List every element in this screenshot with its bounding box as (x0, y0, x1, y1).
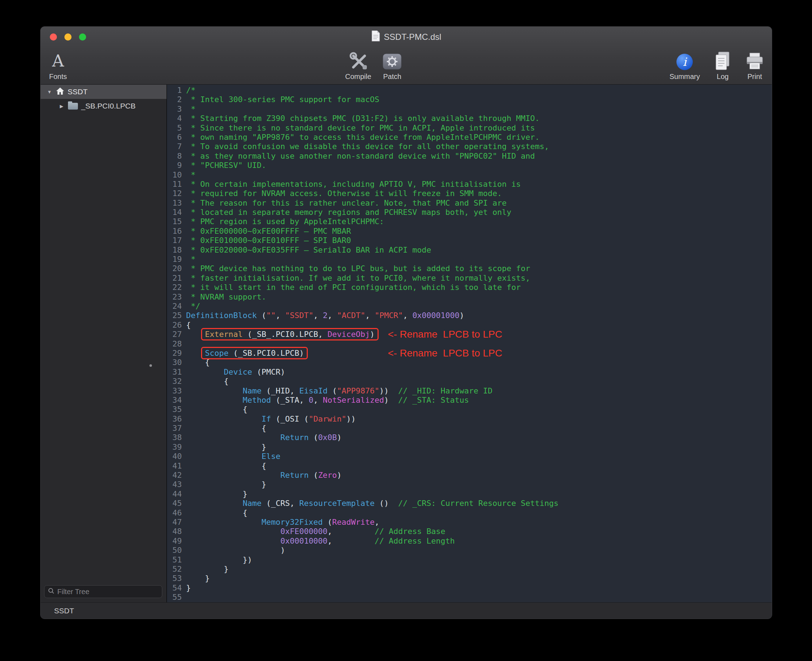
code-line[interactable]: 40 Else (167, 452, 772, 461)
filter-tree-input[interactable] (57, 588, 158, 596)
log-button[interactable]: Log (715, 47, 730, 84)
code-line[interactable]: 51 }) (167, 556, 772, 565)
line-number: 15 (167, 217, 182, 226)
code-line[interactable]: 41 { (167, 461, 772, 471)
line-number: 22 (167, 283, 182, 292)
code-line[interactable]: 52 } (167, 565, 772, 574)
code-line[interactable]: 39 } (167, 442, 772, 452)
line-number: 39 (167, 442, 182, 452)
code-line[interactable]: 37 { (167, 424, 772, 433)
code-line[interactable]: 3 * (167, 105, 772, 114)
code-line[interactable]: 9 * "PCHRESV" UID. (167, 161, 772, 170)
minimize-button[interactable] (64, 34, 72, 41)
code-line[interactable]: 17 * 0xFE010000~0xFE010FFF – SPI BAR0 (167, 236, 772, 245)
sidebar-item-lpcb[interactable]: ▶ _SB.PCI0.LPCB (41, 99, 166, 113)
line-number: 3 (167, 105, 182, 114)
code-line[interactable]: 35 { (167, 405, 772, 414)
code-line[interactable]: 16 * 0xFE000000~0xFE00FFFF – PMC MBAR (167, 227, 772, 236)
patch-gear-icon (382, 51, 402, 70)
code-line[interactable]: 42 Return (Zero) (167, 471, 772, 480)
tree-item-label: SSDT (68, 88, 88, 96)
print-button[interactable]: Print (745, 47, 764, 84)
window-title: SSDT-PMC.dsl (384, 32, 441, 42)
code-line[interactable]: 49 0x00010000, // Address Length (167, 536, 772, 546)
code-line[interactable]: 29 Scope (_SB.PCI0.LPCB)<- Rename LPCB t… (167, 349, 772, 358)
print-label: Print (747, 73, 762, 81)
code-line[interactable]: 43 } (167, 480, 772, 489)
code-line[interactable]: 20 * PMC device has nothing to do to LPC… (167, 264, 772, 273)
code-line[interactable]: 11 * On certain implementations, includi… (167, 180, 772, 189)
rename-highlight-box: External (_SB_.PCI0.LPCB, DeviceObj) (201, 328, 379, 340)
line-number: 4 (167, 114, 182, 123)
disclosure-open-icon[interactable]: ▼ (46, 89, 53, 95)
line-number: 12 (167, 189, 182, 198)
code-line[interactable]: 45 Name (_CRS, ResourceTemplate () // _C… (167, 499, 772, 508)
line-number: 17 (167, 236, 182, 245)
code-line[interactable]: 21 * faster initialisation. If we add it… (167, 274, 772, 283)
disclosure-closed-icon[interactable]: ▶ (58, 104, 65, 109)
code-line[interactable]: 2 * Intel 300-series PMC support for mac… (167, 95, 772, 104)
line-number: 41 (167, 461, 182, 471)
code-editor[interactable]: 1/*2 * Intel 300-series PMC support for … (167, 85, 772, 602)
code-line[interactable]: 15 * PMC region is used by AppleIntelPCH… (167, 217, 772, 226)
code-line[interactable]: 48 0xFE000000, // Address Base (167, 527, 772, 536)
line-number: 27 (167, 330, 182, 339)
home-icon (56, 87, 64, 97)
code-line[interactable]: 33 Name (_HID, EisaId ("APP9876")) // _H… (167, 386, 772, 396)
sidebar: ▼ SSDT ▶ _SB.PCI0.LPCB (41, 85, 167, 602)
line-number: 35 (167, 405, 182, 414)
code-line[interactable]: 19 * (167, 255, 772, 264)
folder-icon (68, 103, 78, 110)
code-line[interactable]: 25DefinitionBlock ("", "SSDT", 2, "ACDT"… (167, 311, 772, 320)
code-line[interactable]: 44 } (167, 490, 772, 499)
code-line[interactable]: 34 Method (_STA, 0, NotSerialized) // _S… (167, 396, 772, 405)
line-number: 21 (167, 274, 182, 283)
code-line[interactable]: 6 * own naming "APP9876" to access this … (167, 133, 772, 142)
print-icon (745, 51, 764, 70)
line-number: 14 (167, 208, 182, 217)
line-number: 31 (167, 367, 182, 377)
summary-button[interactable]: i Summary (669, 47, 700, 84)
code-line[interactable]: 27 External (_SB_.PCI0.LPCB, DeviceObj)<… (167, 330, 772, 339)
code-line[interactable]: 8 * as they normally use another non-sta… (167, 152, 772, 161)
line-number: 18 (167, 246, 182, 255)
code-line[interactable]: 4 * Starting from Z390 chipsets PMC (D31… (167, 114, 772, 123)
code-line[interactable]: 30 { (167, 358, 772, 367)
code-line[interactable]: 31 Device (PMCR) (167, 367, 772, 377)
code-line[interactable]: 23 * NVRAM support. (167, 292, 772, 302)
code-line[interactable]: 10 * (167, 171, 772, 180)
code-line[interactable]: 18 * 0xFE020000~0xFE035FFF – SerialIo BA… (167, 246, 772, 255)
line-number: 43 (167, 480, 182, 489)
code-line[interactable]: 55 (167, 593, 772, 602)
code-line[interactable]: 1/* (167, 86, 772, 95)
patch-button[interactable]: Patch (382, 47, 402, 84)
code-line[interactable]: 47 Memory32Fixed (ReadWrite, (167, 517, 772, 527)
line-number: 16 (167, 227, 182, 236)
line-number: 24 (167, 302, 182, 311)
code-line[interactable]: 13 * The reason for this is rather uncle… (167, 198, 772, 208)
line-number: 46 (167, 508, 182, 517)
compile-button[interactable]: Compile (345, 47, 371, 84)
code-line[interactable]: 12 * required for NVRAM access. Otherwis… (167, 189, 772, 198)
code-line[interactable]: 54} (167, 583, 772, 593)
code-line[interactable]: 46 { (167, 508, 772, 517)
code-line[interactable]: 22 * it will start in the end of PCI con… (167, 283, 772, 292)
code-line[interactable]: 7 * To avoid confusion we disable this d… (167, 142, 772, 151)
code-line[interactable]: 24 */ (167, 302, 772, 311)
code-line[interactable]: 53 } (167, 574, 772, 583)
status-bar: SSDT (41, 602, 772, 619)
code-line[interactable]: 5 * Since there is no standard device fo… (167, 123, 772, 133)
code-line[interactable]: 32 { (167, 377, 772, 386)
code-line[interactable]: 36 If (_OSI ("Darwin")) (167, 415, 772, 424)
toolbar: A Fonts (41, 47, 772, 84)
code-line[interactable]: 14 * located in separate memory regions … (167, 208, 772, 217)
zoom-button[interactable] (79, 34, 86, 41)
fonts-button[interactable]: A Fonts (49, 47, 67, 84)
close-button[interactable] (50, 34, 57, 41)
rename-annotation-text: <- Rename LPCB to LPC (388, 330, 502, 339)
sidebar-item-ssdt[interactable]: ▼ SSDT (41, 85, 166, 99)
window-titlebar[interactable]: SSDT-PMC.dsl (41, 27, 772, 47)
code-line[interactable]: 38 Return (0x0B) (167, 433, 772, 442)
code-line[interactable]: 50 ) (167, 546, 772, 555)
line-number: 45 (167, 499, 182, 508)
